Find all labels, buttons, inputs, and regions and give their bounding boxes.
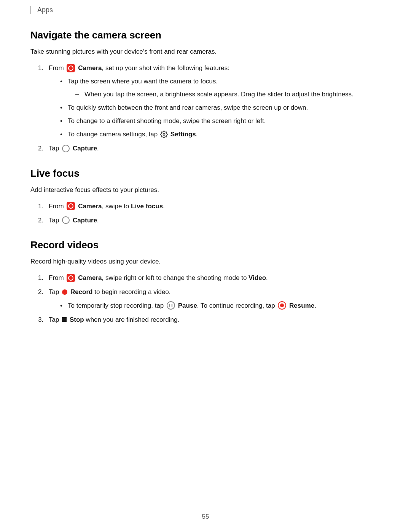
record-steps-list: 1. From Camera, swipe right or left to c… [38,273,381,325]
bullet-list: To temporarily stop recording, tap Pause… [60,300,381,311]
bold-text: Resume [289,302,314,309]
list-item: To temporarily stop recording, tap Pause… [60,300,381,311]
list-item: 2. Tap Record to begin recording a video… [38,287,381,310]
list-item: To change to a different shooting mode, … [60,116,381,126]
list-item: 1. From Camera, swipe right or left to c… [38,273,381,283]
camera-icon [67,202,75,210]
bullet-list: Tap the screen where you want the camera… [60,76,381,139]
bold-text: Camera [78,64,102,72]
list-item: 3. Tap Stop when you are finished record… [38,315,381,325]
list-item: 2. Tap Capture. [38,143,381,153]
section-title-record: Record videos [30,239,381,251]
section-live-focus: Live focus Add interactive focus effects… [30,168,381,226]
step-text: Tap Record to begin recording a video. [49,288,171,296]
section-intro-navigate: Take stunning pictures with your device’… [30,46,381,57]
section-title-live-focus: Live focus [30,168,381,179]
section-title-navigate: Navigate the camera screen [30,29,381,41]
step-number: 2. [38,215,43,225]
resume-icon [278,301,286,310]
list-item: 2. Tap Capture. [38,215,381,225]
page-container: Apps Navigate the camera screen Take stu… [0,0,411,532]
capture-icon [62,145,70,152]
list-item: To quickly switch between the front and … [60,102,381,113]
page-footer: 55 [0,513,411,521]
step-number: 2. [38,287,43,297]
step-text: Tap Stop when you are finished recording… [49,316,179,323]
section-intro-record: Record high-quality videos using your de… [30,256,381,267]
bold-text: Capture [73,217,97,224]
live-focus-steps-list: 1. From Camera, swipe to Live focus. 2. … [38,201,381,225]
step-text: From Camera, swipe to Live focus. [49,203,165,210]
bold-text: Record [70,288,93,296]
step-number: 1. [38,273,43,283]
sub-bullet-list: When you tap the screen, a brightness sc… [75,89,381,99]
step-number: 1. [38,201,43,211]
bold-text: Camera [78,203,102,210]
camera-icon [67,64,75,72]
bold-text: Live focus [131,203,163,210]
section-intro-live-focus: Add interactive focus effects to your pi… [30,185,381,195]
camera-icon [67,274,75,282]
bold-text: Settings [170,131,196,138]
navigate-steps-list: 1. From Camera, set up your shot with th… [38,63,381,153]
bold-text: Pause [178,302,197,309]
bold-text: Capture [73,145,97,152]
list-item: 1. From Camera, swipe to Live focus. [38,201,381,211]
settings-icon [160,131,168,138]
breadcrumb-text: Apps [37,6,53,14]
step-number: 3. [38,315,43,325]
capture-icon [62,216,70,224]
step-text: Tap Capture. [49,217,99,224]
list-item: To change camera settings, tap Settings. [60,129,381,139]
list-item: Tap the screen where you want the camera… [60,76,381,99]
step-text: Tap Capture. [49,145,99,152]
pause-icon [167,301,175,310]
step-number: 1. [38,63,43,73]
breadcrumb: Apps [30,6,381,14]
stop-icon [62,317,67,322]
record-icon [62,289,67,295]
list-item: When you tap the screen, a brightness sc… [75,89,381,99]
step-text: From Camera, set up your shot with the f… [49,64,229,72]
step-text: From Camera, swipe right or left to chan… [49,274,268,281]
section-record-videos: Record videos Record high-quality videos… [30,239,381,325]
step-number: 2. [38,143,43,153]
section-navigate-camera: Navigate the camera screen Take stunning… [30,29,381,154]
bold-text: Video [249,274,266,281]
list-item: 1. From Camera, set up your shot with th… [38,63,381,139]
svg-point-0 [163,133,165,135]
bold-text: Stop [70,316,84,323]
page-number: 55 [202,513,209,520]
bold-text: Camera [78,274,102,281]
